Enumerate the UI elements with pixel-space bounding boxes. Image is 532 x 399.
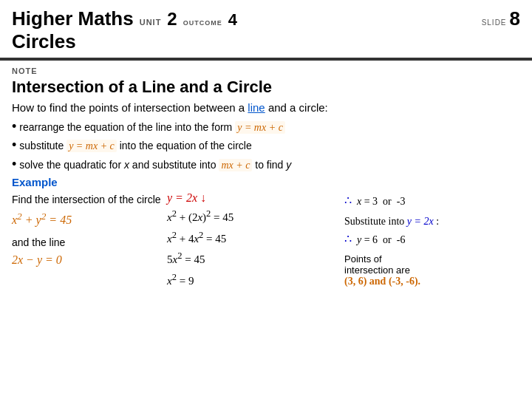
bullet-1-text: rearrange the equation of the line into … [19,120,285,135]
section-title: Intersection of a Line and a Circle [12,77,520,98]
content-area: NOTE Intersection of a Line and a Circle… [0,61,532,295]
line-label-text: and the line 2x − y = 0 [12,234,167,270]
bullet-3-math: mx + c [219,159,252,171]
slide-info: SLIDE 8 [482,7,520,30]
page-subtitle: Circles [12,30,520,53]
therefore-y: ∴ [344,233,352,245]
points-label-text: Points of [344,253,520,265]
bullet-dot-3: • [12,157,16,171]
slide-number: 8 [510,7,520,30]
bullet-3-text: solve the quadratic for x and substitute… [19,158,291,173]
outcome-number: 4 [228,10,237,30]
unit-number: 2 [167,9,177,30]
sub-eq: y = 2x [407,216,434,227]
x-result: ∴ x = 3 or -3 [344,191,520,211]
line-eq: 2x − y = 0 [12,253,62,266]
unit-label: UNIT [140,18,162,27]
bullet-2: • substitute y = mx + c into the equatio… [12,138,520,154]
step-1: x2 + (2x)2 = 45 [167,206,344,228]
line-highlight: line [248,101,265,114]
working-steps: x2 + (2x)2 = 45 x2 + 4x2 = 45 5x2 = 45 x… [167,206,344,290]
find-label: Find the intersection of the circle [12,194,161,205]
header-left: Higher Maths UNIT 2 OUTCOME 4 [12,7,237,30]
circle-eq: x2 + y2 = 45 [12,214,72,226]
intro-text: How to find the points of intersection b… [12,100,520,115]
app-title: Higher Maths [12,7,134,30]
bullet-dot-2: • [12,138,16,151]
y-result: ∴ y = 6 or -6 [344,230,520,249]
bullet-3: • solve the quadratic for x and substitu… [12,157,520,173]
find-text: Find the intersection of the circle x2 +… [12,191,167,229]
bullet-2-math: y = mx + c [66,140,117,152]
example-body: Find the intersection of the circle x2 +… [12,191,520,290]
bullet-1-math: y = mx + c [235,121,285,134]
note-label: NOTE [12,66,520,75]
example-label: Example [12,176,520,188]
bullet-1: • rearrange the equation of the line int… [12,120,520,135]
bullet-dot-1: • [12,120,16,133]
points-answer: (3, 6) and (-3, -6). [344,276,520,287]
example-right-col: ∴ x = 3 or -3 Substitute into y = 2x : ∴… [344,191,520,290]
header: Higher Maths UNIT 2 OUTCOME 4 SLIDE 8 Ci… [0,0,532,59]
outcome-label: OUTCOME [183,19,222,27]
example-left-col: Find the intersection of the circle x2 +… [12,191,167,290]
step-3: 5x2 = 45 [167,248,344,270]
and-the-line: and the line [12,236,65,248]
bullet-2-text: substitute y = mx + c into the equation … [19,139,251,154]
substitute-label: Substitute into y = 2x : [344,214,520,230]
step-4: x2 = 9 [167,270,344,291]
therefore-x: ∴ [344,194,352,207]
slide-label: SLIDE [482,18,507,27]
y2x-label: y = 2x ↓ [167,191,344,205]
step-2: x2 + 4x2 = 45 [167,228,344,249]
points-label-text2: intersection are [344,265,520,276]
example-middle-col: y = 2x ↓ x2 + (2x)2 = 45 x2 + 4x2 = 45 5… [167,191,344,290]
